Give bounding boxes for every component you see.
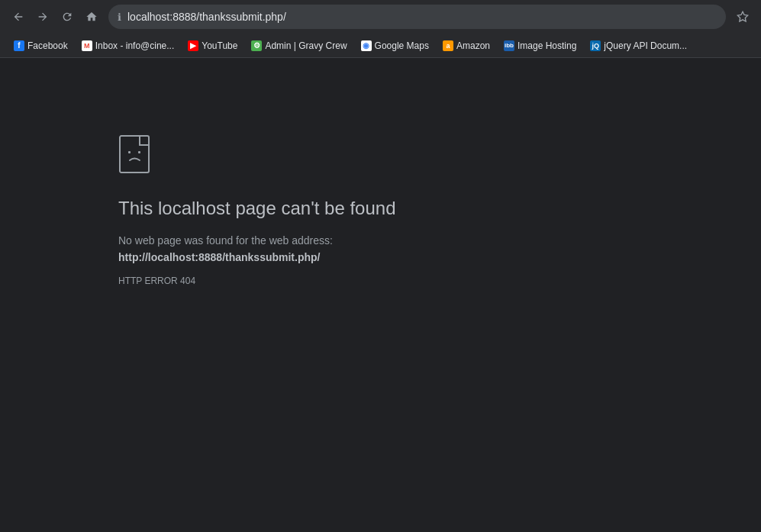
imghosting-favicon: ibb [504, 40, 514, 51]
refresh-button[interactable] [56, 6, 78, 27]
amazon-label: Amazon [456, 40, 490, 51]
facebook-favicon: f [14, 40, 24, 51]
bookmarks-bar: fFacebookMInbox - info@cine...▶YouTube⚙A… [0, 34, 761, 58]
facebook-label: Facebook [27, 40, 68, 51]
youtube-favicon: ▶ [188, 40, 198, 51]
error-url: http://localhost:8888/thankssubmit.php/ [118, 251, 320, 263]
bookmark-item-jquery[interactable]: jQjQuery API Docum... [584, 38, 693, 53]
maps-favicon: ◉ [361, 40, 372, 51]
error-icon [118, 134, 156, 176]
address-text: localhost:8888/thankssubmit.php/ [127, 11, 717, 23]
imghosting-label: Image Hosting [518, 40, 576, 51]
youtube-label: YouTube [202, 40, 237, 51]
browser-topbar: ℹ localhost:8888/thankssubmit.php/ [0, 0, 761, 34]
amazon-favicon: a [443, 40, 453, 51]
page-content: This localhost page can't be found No we… [0, 58, 761, 532]
address-bar[interactable]: ℹ localhost:8888/thankssubmit.php/ [108, 5, 726, 29]
home-button[interactable] [81, 6, 102, 27]
bookmark-item-amazon[interactable]: aAmazon [437, 38, 496, 53]
bookmark-item-maps[interactable]: ◉Google Maps [355, 38, 435, 53]
jquery-favicon: jQ [590, 40, 601, 51]
admin-label: Admin | Gravy Crew [265, 40, 347, 51]
nav-buttons [8, 6, 102, 27]
browser-chrome: ℹ localhost:8888/thankssubmit.php/ fFace… [0, 0, 761, 58]
inbox-favicon: M [82, 40, 92, 51]
error-heading: This localhost page can't be found [118, 198, 396, 219]
admin-favicon: ⚙ [251, 40, 262, 51]
maps-label: Google Maps [375, 40, 429, 51]
forward-button[interactable] [32, 6, 53, 27]
secure-icon: ℹ [118, 11, 121, 23]
svg-marker-0 [737, 11, 747, 21]
error-code: HTTP ERROR 404 [118, 276, 195, 286]
svg-rect-2 [128, 151, 131, 153]
bookmark-item-inbox[interactable]: MInbox - info@cine... [76, 38, 181, 53]
inbox-label: Inbox - info@cine... [95, 40, 175, 51]
back-button[interactable] [8, 6, 29, 27]
bookmark-item-facebook[interactable]: fFacebook [8, 38, 74, 53]
bookmark-star-button[interactable] [732, 6, 753, 27]
bookmark-item-youtube[interactable]: ▶YouTube [182, 38, 243, 53]
svg-rect-1 [120, 136, 149, 172]
bookmark-item-admin[interactable]: ⚙Admin | Gravy Crew [245, 38, 353, 53]
bookmark-item-imghosting[interactable]: ibbImage Hosting [498, 38, 582, 53]
svg-rect-3 [138, 151, 140, 153]
error-description: No web page was found for the web addres… [118, 234, 333, 247]
jquery-label: jQuery API Docum... [604, 40, 687, 51]
